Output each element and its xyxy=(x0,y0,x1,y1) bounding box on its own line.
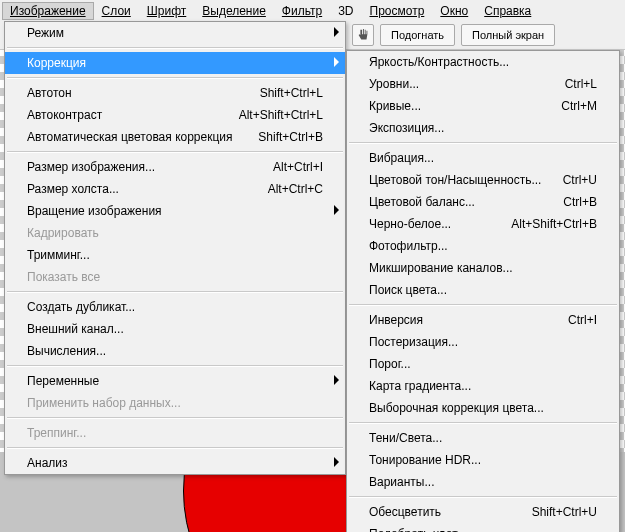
menu-item-black-white[interactable]: Черно-белое...Alt+Shift+Ctrl+B xyxy=(347,213,619,235)
menu-image[interactable]: Изображение xyxy=(2,2,94,20)
menu-item-posterize[interactable]: Постеризация... xyxy=(347,331,619,353)
menu-item-analysis[interactable]: Анализ xyxy=(5,452,345,474)
menu-bar: Изображение Слои Шрифт Выделение Фильтр … xyxy=(0,0,625,22)
menu-item-trap: Треппинг... xyxy=(5,422,345,444)
menu-item-threshold[interactable]: Порог... xyxy=(347,353,619,375)
menu-select[interactable]: Выделение xyxy=(194,2,274,20)
submenu-arrow-icon xyxy=(334,57,339,67)
menu-item-match-color[interactable]: Подобрать цвет... xyxy=(347,523,619,532)
menu-item-color-balance[interactable]: Цветовой баланс...Ctrl+B xyxy=(347,191,619,213)
menu-item-crop: Кадрировать xyxy=(5,222,345,244)
adjustments-submenu: Яркость/Контрастность... Уровни...Ctrl+L… xyxy=(346,50,620,532)
menu-item-hdr-toning[interactable]: Тонирование HDR... xyxy=(347,449,619,471)
menu-3d[interactable]: 3D xyxy=(330,2,361,20)
menu-item-channel-mixer[interactable]: Микширование каналов... xyxy=(347,257,619,279)
submenu-arrow-icon xyxy=(334,375,339,385)
submenu-arrow-icon xyxy=(334,205,339,215)
menu-item-shadows-highlights[interactable]: Тени/Света... xyxy=(347,427,619,449)
fullscreen-button[interactable]: Полный экран xyxy=(461,24,555,46)
fit-button[interactable]: Подогнать xyxy=(380,24,455,46)
menu-item-mode[interactable]: Режим xyxy=(5,22,345,44)
menu-view[interactable]: Просмотр xyxy=(362,2,433,20)
menu-item-brightness-contrast[interactable]: Яркость/Контрастность... xyxy=(347,51,619,73)
image-menu-dropdown: Режим Коррекция АвтотонShift+Ctrl+L Авто… xyxy=(4,21,346,475)
menu-item-gradient-map[interactable]: Карта градиента... xyxy=(347,375,619,397)
menu-item-duplicate[interactable]: Создать дубликат... xyxy=(5,296,345,318)
menu-item-variations[interactable]: Варианты... xyxy=(347,471,619,493)
menu-item-trim[interactable]: Тримминг... xyxy=(5,244,345,266)
menu-item-image-size[interactable]: Размер изображения...Alt+Ctrl+I xyxy=(5,156,345,178)
menu-item-apply-image[interactable]: Внешний канал... xyxy=(5,318,345,340)
menu-item-levels[interactable]: Уровни...Ctrl+L xyxy=(347,73,619,95)
menu-item-variables[interactable]: Переменные xyxy=(5,370,345,392)
menu-item-apply-data-set: Применить набор данных... xyxy=(5,392,345,414)
menu-item-vibrance[interactable]: Вибрация... xyxy=(347,147,619,169)
menu-item-image-rotation[interactable]: Вращение изображения xyxy=(5,200,345,222)
menu-item-selective-color[interactable]: Выборочная коррекция цвета... xyxy=(347,397,619,419)
menu-item-calculations[interactable]: Вычисления... xyxy=(5,340,345,362)
menu-item-photo-filter[interactable]: Фотофильтр... xyxy=(347,235,619,257)
menu-item-color-lookup[interactable]: Поиск цвета... xyxy=(347,279,619,301)
menu-item-exposure[interactable]: Экспозиция... xyxy=(347,117,619,139)
menu-item-hue-saturation[interactable]: Цветовой тон/Насыщенность...Ctrl+U xyxy=(347,169,619,191)
menu-item-adjustments[interactable]: Коррекция xyxy=(5,52,345,74)
menu-item-auto-contrast[interactable]: АвтоконтрастAlt+Shift+Ctrl+L xyxy=(5,104,345,126)
menu-item-auto-tone[interactable]: АвтотонShift+Ctrl+L xyxy=(5,82,345,104)
menu-item-desaturate[interactable]: ОбесцветитьShift+Ctrl+U xyxy=(347,501,619,523)
menu-window[interactable]: Окно xyxy=(432,2,476,20)
hand-tool-button[interactable] xyxy=(352,24,374,46)
submenu-arrow-icon xyxy=(334,27,339,37)
menu-item-invert[interactable]: ИнверсияCtrl+I xyxy=(347,309,619,331)
menu-help[interactable]: Справка xyxy=(476,2,539,20)
menu-item-canvas-size[interactable]: Размер холста...Alt+Ctrl+C xyxy=(5,178,345,200)
hand-icon xyxy=(356,28,370,42)
submenu-arrow-icon xyxy=(334,457,339,467)
menu-item-auto-color[interactable]: Автоматическая цветовая коррекцияShift+C… xyxy=(5,126,345,148)
menu-type[interactable]: Шрифт xyxy=(139,2,194,20)
menu-item-curves[interactable]: Кривые...Ctrl+M xyxy=(347,95,619,117)
menu-item-reveal-all: Показать все xyxy=(5,266,345,288)
menu-filter[interactable]: Фильтр xyxy=(274,2,330,20)
menu-layers[interactable]: Слои xyxy=(94,2,139,20)
